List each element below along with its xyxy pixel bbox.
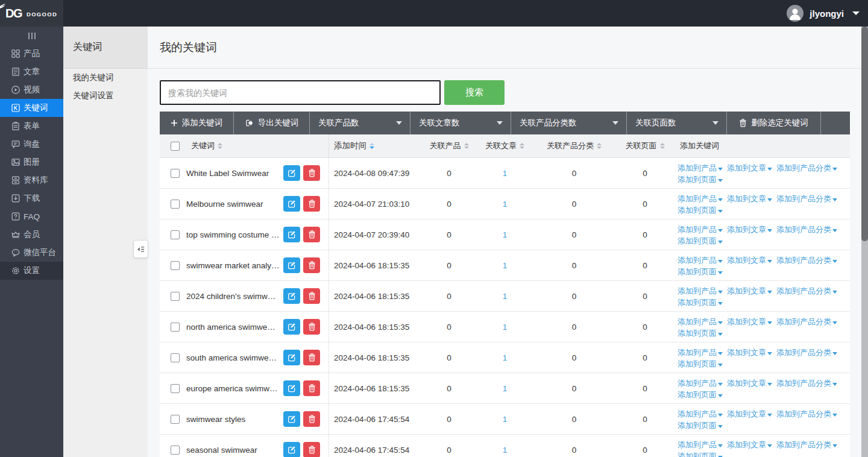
related-product-categories-count-dropdown[interactable]: 关联产品分类数 xyxy=(511,112,627,134)
delete-keyword-button[interactable] xyxy=(303,350,320,365)
add-to-article-link[interactable]: 添加到文章 xyxy=(727,379,772,388)
add-to-product-category-link[interactable]: 添加到产品分类 xyxy=(776,163,837,172)
add-to-page-link[interactable]: 添加到页面 xyxy=(678,452,723,457)
scrollbar-thumb[interactable] xyxy=(861,27,868,241)
sidebar-item-form[interactable]: 表单 xyxy=(0,117,63,135)
delete-keyword-button[interactable] xyxy=(303,227,320,242)
related-pages-count-dropdown[interactable]: 关联页面数 xyxy=(627,112,727,134)
row-checkbox[interactable] xyxy=(171,200,180,209)
add-to-product-category-link[interactable]: 添加到产品分类 xyxy=(776,256,837,265)
add-to-product-link[interactable]: 添加到产品 xyxy=(678,225,723,234)
edit-keyword-button[interactable] xyxy=(283,288,300,304)
add-keyword-button[interactable]: 添加关键词 xyxy=(160,112,234,134)
sidebar-item-wechat[interactable]: 微信平台 xyxy=(0,244,63,262)
related-articles-count-link[interactable]: 1 xyxy=(503,353,508,362)
related-articles-count-link[interactable]: 1 xyxy=(503,200,508,209)
add-to-product-category-link[interactable]: 添加到产品分类 xyxy=(776,286,837,295)
col-pages-header[interactable]: 关联页面 xyxy=(615,140,675,151)
select-all-checkbox[interactable] xyxy=(171,142,180,151)
sidebar-item-album[interactable]: 图册 xyxy=(0,153,63,171)
related-articles-count-link[interactable]: 1 xyxy=(503,261,508,270)
add-to-product-link[interactable]: 添加到产品 xyxy=(678,317,723,326)
sidebar-collapse-toggle[interactable] xyxy=(0,27,63,45)
sidebar-item-library[interactable]: 资料库 xyxy=(0,171,63,189)
add-to-article-link[interactable]: 添加到文章 xyxy=(727,256,772,265)
edit-keyword-button[interactable] xyxy=(283,165,300,181)
add-to-page-link[interactable]: 添加到页面 xyxy=(678,329,723,338)
sidebar-item-grid[interactable]: 产品 xyxy=(0,45,63,63)
sidebar-item-member[interactable]: 会员 xyxy=(0,225,63,244)
subsidebar-item-my-keywords[interactable]: 我的关键词 xyxy=(63,69,148,87)
col-time-header[interactable]: 添加时间 xyxy=(329,134,422,157)
sidebar-item-keyword[interactable]: 关键词 xyxy=(0,99,63,117)
edit-keyword-button[interactable] xyxy=(283,257,300,273)
user-menu[interactable]: jlyongyi xyxy=(787,0,860,27)
add-to-product-category-link[interactable]: 添加到产品分类 xyxy=(776,440,837,449)
delete-keyword-button[interactable] xyxy=(303,380,320,396)
add-to-product-link[interactable]: 添加到产品 xyxy=(678,348,723,357)
delete-keyword-button[interactable] xyxy=(303,319,320,335)
delete-keyword-button[interactable] xyxy=(303,196,320,212)
row-checkbox[interactable] xyxy=(171,415,180,424)
sidebar-item-video[interactable]: 视频 xyxy=(0,81,63,99)
edit-keyword-button[interactable] xyxy=(283,350,300,365)
row-checkbox[interactable] xyxy=(171,169,180,178)
col-articles-header[interactable]: 关联文章 xyxy=(476,140,533,151)
edit-keyword-button[interactable] xyxy=(283,319,300,335)
add-to-product-link[interactable]: 添加到产品 xyxy=(678,286,723,295)
add-to-product-link[interactable]: 添加到产品 xyxy=(678,256,723,265)
delete-keyword-button[interactable] xyxy=(303,288,320,304)
add-to-page-link[interactable]: 添加到页面 xyxy=(678,206,723,215)
col-products-header[interactable]: 关联产品 xyxy=(422,140,476,151)
add-to-article-link[interactable]: 添加到文章 xyxy=(727,440,772,449)
search-button[interactable]: 搜索 xyxy=(444,80,505,105)
add-to-article-link[interactable]: 添加到文章 xyxy=(727,317,772,326)
delete-selected-keywords-button[interactable]: 删除选定关键词 xyxy=(727,112,821,134)
add-to-product-category-link[interactable]: 添加到产品分类 xyxy=(776,194,837,203)
add-to-article-link[interactable]: 添加到文章 xyxy=(727,163,772,172)
panel-collapse-button[interactable] xyxy=(133,240,148,258)
add-to-product-link[interactable]: 添加到产品 xyxy=(678,163,723,172)
sidebar-item-faq[interactable]: FAQ xyxy=(0,207,63,225)
sidebar-item-article[interactable]: 文章 xyxy=(0,63,63,81)
row-checkbox[interactable] xyxy=(171,323,180,332)
sidebar-item-gear[interactable]: 设置 xyxy=(0,262,63,280)
add-to-article-link[interactable]: 添加到文章 xyxy=(727,194,772,203)
add-to-article-link[interactable]: 添加到文章 xyxy=(727,286,772,295)
subsidebar-item-keyword-settings[interactable]: 关键词设置 xyxy=(63,87,148,105)
add-to-article-link[interactable]: 添加到文章 xyxy=(727,225,772,234)
edit-keyword-button[interactable] xyxy=(283,442,300,457)
related-articles-count-link[interactable]: 1 xyxy=(503,230,508,239)
delete-keyword-button[interactable] xyxy=(303,442,320,457)
add-to-page-link[interactable]: 添加到页面 xyxy=(678,390,723,399)
add-to-page-link[interactable]: 添加到页面 xyxy=(678,236,723,245)
delete-keyword-button[interactable] xyxy=(303,411,320,427)
edit-keyword-button[interactable] xyxy=(283,411,300,427)
edit-keyword-button[interactable] xyxy=(283,227,300,242)
add-to-product-category-link[interactable]: 添加到产品分类 xyxy=(776,409,837,418)
related-products-count-dropdown[interactable]: 关联产品数 xyxy=(310,112,410,134)
row-checkbox[interactable] xyxy=(171,230,180,239)
related-articles-count-link[interactable]: 1 xyxy=(503,384,508,393)
add-to-article-link[interactable]: 添加到文章 xyxy=(727,409,772,418)
sidebar-item-download[interactable]: 下载 xyxy=(0,189,63,207)
related-articles-count-link[interactable]: 1 xyxy=(503,323,508,332)
export-keyword-button[interactable]: 导出关键词 xyxy=(234,112,310,134)
add-to-product-category-link[interactable]: 添加到产品分类 xyxy=(776,348,837,357)
sidebar-item-inquiry[interactable]: 询盘 xyxy=(0,135,63,153)
row-checkbox[interactable] xyxy=(171,353,180,362)
add-to-page-link[interactable]: 添加到页面 xyxy=(678,175,723,184)
add-to-page-link[interactable]: 添加到页面 xyxy=(678,267,723,276)
related-articles-count-link[interactable]: 1 xyxy=(503,169,508,178)
col-categories-header[interactable]: 关联产品分类 xyxy=(533,140,615,151)
add-to-product-link[interactable]: 添加到产品 xyxy=(678,379,723,388)
add-to-page-link[interactable]: 添加到页面 xyxy=(678,421,723,430)
add-to-product-link[interactable]: 添加到产品 xyxy=(678,194,723,203)
row-checkbox[interactable] xyxy=(171,384,180,393)
search-input[interactable] xyxy=(160,80,441,105)
related-articles-count-dropdown[interactable]: 关联文章数 xyxy=(410,112,511,134)
add-to-product-category-link[interactable]: 添加到产品分类 xyxy=(776,225,837,234)
edit-keyword-button[interactable] xyxy=(283,196,300,212)
add-to-product-link[interactable]: 添加到产品 xyxy=(678,409,723,418)
delete-keyword-button[interactable] xyxy=(303,257,320,273)
